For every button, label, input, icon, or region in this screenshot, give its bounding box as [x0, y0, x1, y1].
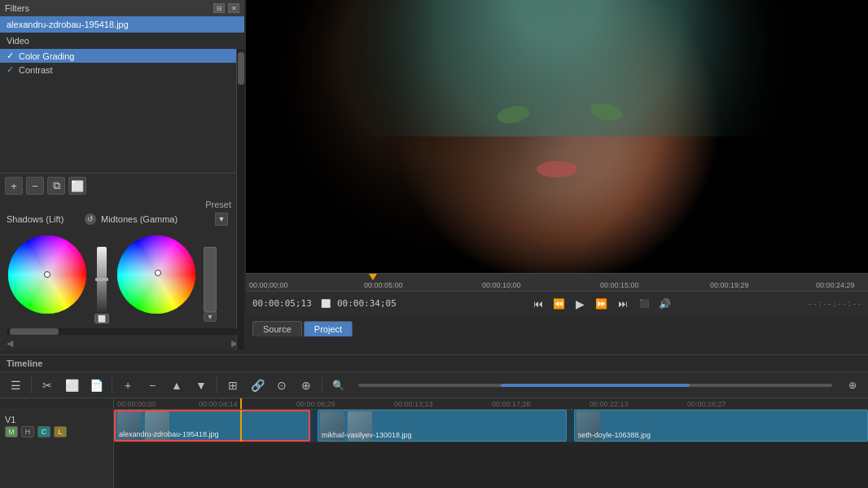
rewind-to-start-button[interactable]: ⏮ [529, 295, 547, 313]
zoom-slider-area [358, 384, 832, 387]
filters-filename: alexandru-zdrobau-195418.jpg [0, 16, 244, 33]
shadows-dot[interactable] [44, 271, 50, 278]
move-down-button[interactable]: ▼ [191, 376, 212, 395]
ruler-mark-3: 00:00:15;00 [600, 281, 639, 289]
track-name: V1 [5, 415, 108, 424]
paste-filter-button[interactable]: ⬜ [68, 177, 86, 195]
filters-title: Filters [5, 3, 29, 13]
midtones-color-wheel[interactable] [116, 234, 197, 315]
gamma-track [97, 247, 107, 312]
mute-button[interactable]: M [5, 426, 18, 437]
filters-titlebar: Filters ⊟ ✕ [0, 0, 244, 16]
lock-button[interactable]: L [54, 426, 67, 437]
timeline-toolbar: ☰ ✂ ⬜ 📄 + − ▲ ▼ ⊞ 🔗 ⊙ ⊕ 🔍 ⊕ [0, 372, 868, 398]
track-ruler-mark-6: 00:00:26;27 [687, 400, 726, 408]
timeline-tracks: V1 M H C L 00:00:00;00 00:00:04;14 00:00… [0, 398, 868, 488]
markers-button[interactable]: ⊕ [296, 376, 317, 395]
copy-filter-button[interactable]: ⧉ [47, 177, 65, 195]
source-project-tabs: Source Project [246, 315, 353, 336]
gamma-thumb[interactable] [95, 278, 108, 281]
midtones-wheel-block [116, 234, 197, 315]
timeline-header: Timeline [0, 354, 868, 372]
cut-button[interactable]: ✂ [37, 376, 58, 395]
track-buttons: M H C L [5, 426, 108, 437]
color-wheels-section: ⬜ ▼ [0, 227, 244, 327]
scroll-left-icon[interactable]: ◀ [7, 338, 13, 349]
timeline-playhead [240, 410, 242, 442]
track-ruler-mark-1: 00:00:04;14 [199, 400, 238, 408]
filter-item-color-grading[interactable]: ✓ Color Grading [0, 49, 244, 63]
hidden-button[interactable]: H [21, 426, 34, 437]
ripple-button[interactable]: ⬜ [61, 376, 82, 395]
drag-dots: · · · · · · [490, 323, 533, 332]
hamburger-button[interactable]: ☰ [5, 376, 26, 395]
restore-icon[interactable]: ⊟ [213, 3, 225, 13]
step-back-button[interactable]: ⏪ [550, 295, 568, 313]
right-slider[interactable] [204, 247, 217, 312]
advance-to-end-button[interactable]: ⏭ [614, 295, 632, 313]
transport-area: 00:00:05;13 ⬜ 00:00:34;05 ⏮ ⏪ ▶ ⏩ ⏭ ⬛ 🔊 … [246, 291, 868, 315]
midtones-label: Midtones (Gamma) [101, 214, 178, 224]
track-ruler-mark-5: 00:00:22;13 [590, 400, 629, 408]
snap-button[interactable]: 🔗 [247, 376, 268, 395]
gamma-slider-button-bottom[interactable]: ⬜ [94, 314, 109, 323]
zoom-in-button[interactable]: ⊕ [842, 376, 863, 395]
shadows-label: Shadows (Lift) [7, 214, 80, 224]
razor-button[interactable]: ⊙ [271, 376, 292, 395]
add-track-button[interactable]: + [117, 376, 138, 395]
remove-track-button[interactable]: − [142, 376, 163, 395]
ruler-playhead [240, 398, 242, 409]
clip-label-1: alexandru-zdrobau-195418.jpg [116, 430, 222, 438]
scroll-thumb [238, 52, 244, 85]
track-ruler-mark-2: 00:00:08;29 [296, 400, 335, 408]
gamma-slider-area: ⬜ [94, 247, 109, 323]
project-tab[interactable]: Project [304, 321, 353, 336]
fast-forward-button[interactable]: ⏩ [593, 295, 611, 313]
shadows-color-wheel[interactable] [7, 234, 88, 315]
paste-button[interactable]: 📄 [85, 376, 107, 395]
transport-time-right: --:--:--:-- [808, 299, 861, 308]
timecode-sep: ⬜ [321, 299, 331, 308]
timeline-ruler: 00:00;00;00 00:00:05;00 00:00:10;00 00:0… [246, 273, 868, 291]
loop-button[interactable]: ⬛ [635, 295, 653, 313]
ruler-mark-2: 00:00:10;00 [482, 281, 521, 289]
checkmark-icon: ✓ [7, 51, 14, 61]
filters-scrollbar[interactable] [236, 49, 244, 350]
zoom-out-button[interactable]: 🔍 [327, 376, 349, 395]
volume-button[interactable]: 🔊 [656, 295, 674, 313]
move-up-button[interactable]: ▲ [166, 376, 187, 395]
zoom-slider[interactable] [358, 384, 832, 387]
track-ruler-mark-0: 00:00:00;00 [117, 400, 156, 408]
view-options-button[interactable]: ⊞ [222, 376, 243, 395]
add-filter-button[interactable]: + [5, 177, 23, 195]
right-dropdown-icon[interactable]: ▼ [204, 312, 217, 322]
track-ruler-mark-3: 00:00:13;13 [394, 400, 433, 408]
filter-item-label: Contrast [19, 65, 53, 75]
preset-row: Preset [0, 198, 244, 211]
filters-section-video: Video [0, 33, 244, 47]
video-clip-2[interactable]: mikhail-vasilyev-130018.jpg [318, 410, 567, 442]
composite-button[interactable]: C [37, 426, 50, 437]
track-ruler-mark-4: 00:00:17;28 [492, 400, 531, 408]
track-label-v1 [0, 398, 113, 410]
play-button[interactable]: ▶ [572, 295, 590, 313]
toolbar-sep [31, 377, 32, 393]
filters-panel: Filters ⊟ ✕ alexandru-zdrobau-195418.jpg… [0, 0, 244, 350]
remove-filter-button[interactable]: − [26, 177, 44, 195]
clip-label-2: mikhail-vasilyev-130018.jpg [318, 431, 415, 439]
video-clip-3[interactable]: seth-doyle-106388.jpg [574, 410, 868, 442]
toolbar-sep-4 [322, 377, 322, 393]
midtones-reset-icon[interactable]: ↺ [85, 213, 96, 225]
playhead-triangle [369, 274, 377, 280]
zoom-thumb [501, 384, 690, 387]
source-tab[interactable]: Source [252, 321, 302, 336]
video-clip-1[interactable]: alexandru-zdrobau-195418.jpg [114, 410, 310, 442]
filter-item-contrast[interactable]: ✓ Contrast [0, 63, 244, 77]
midtones-dropdown-icon[interactable]: ▼ [215, 213, 228, 226]
midtones-dot[interactable] [155, 270, 161, 276]
h-scrollbar[interactable] [7, 328, 238, 335]
close-icon[interactable]: ✕ [228, 3, 239, 13]
scroll-arrows: ◀ ▶ [0, 336, 244, 350]
preset-label: Preset [205, 200, 231, 209]
track-ruler: 00:00:00;00 00:00:04;14 00:00:08;29 00:0… [114, 398, 868, 410]
